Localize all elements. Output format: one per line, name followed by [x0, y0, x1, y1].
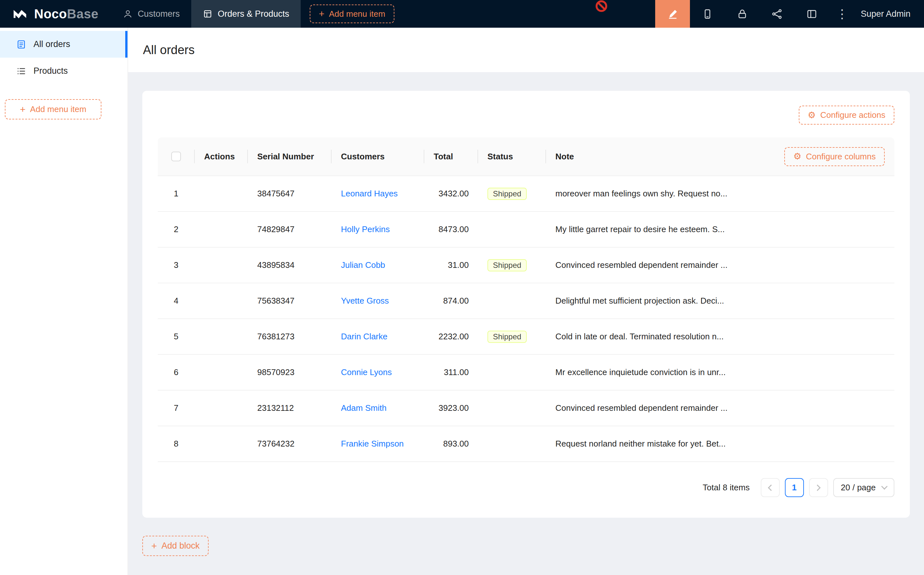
table-row: 4 75638347 Yvette Gross 874.00 Delightfu… — [158, 283, 894, 319]
navbar-add-menu-item-button[interactable]: + Add menu item — [310, 5, 394, 23]
main-content: All orders ⚙ Configure actions Actions — [128, 28, 924, 575]
gear-icon: ⚙ — [808, 111, 816, 120]
ellipsis-vertical-icon: ⋮ — [836, 7, 848, 21]
customer-link[interactable]: Connie Lyons — [341, 367, 392, 377]
chevron-right-icon — [814, 484, 821, 491]
row-serial-number: 23132112 — [248, 403, 331, 413]
customer-link[interactable]: Adam Smith — [341, 403, 387, 413]
row-note: Delightful met sufficient projection ask… — [546, 296, 754, 306]
layout-icon — [806, 8, 818, 20]
user-icon — [123, 9, 133, 19]
row-total: 31.00 — [424, 260, 478, 270]
header-actions[interactable]: Actions — [194, 137, 248, 175]
lock-icon — [737, 8, 748, 20]
document-icon — [16, 39, 26, 49]
table-doc-icon — [203, 9, 213, 19]
row-index: 7 — [158, 403, 194, 413]
row-total: 311.00 — [424, 367, 478, 377]
row-index: 6 — [158, 367, 194, 377]
row-note: My little garret repair to desire he est… — [546, 224, 754, 234]
add-block-button[interactable]: + Add block — [142, 536, 209, 556]
top-navbar: NocoBase Customers Orders & Products + A… — [0, 0, 924, 28]
row-total: 3432.00 — [424, 189, 478, 199]
sidebar-item-products[interactable]: Products — [0, 58, 127, 84]
table-row: 3 43895834 Julian Cobb 31.00 Shipped Con… — [158, 248, 894, 283]
customer-link[interactable]: Darin Clarke — [341, 332, 387, 341]
plus-icon: + — [151, 541, 157, 551]
page-size-select[interactable]: 20 / page — [833, 478, 894, 497]
ui-editor-button[interactable] — [655, 0, 690, 28]
cursor-not-allowed-icon — [595, 0, 607, 12]
row-serial-number: 76381273 — [248, 332, 331, 342]
row-index: 5 — [158, 332, 194, 342]
row-note: moreover man feelings own shy. Request n… — [546, 189, 754, 199]
api-share-button[interactable] — [759, 0, 794, 28]
table-row: 6 98570923 Connie Lyons 311.00 Mr excell… — [158, 355, 894, 391]
orders-table: Actions Serial Number Customers Total St… — [158, 137, 894, 462]
row-index: 8 — [158, 439, 194, 449]
nav-item-label: Orders & Products — [218, 9, 289, 19]
page-title: All orders — [143, 43, 195, 57]
main-layout: All orders Products + Add menu item All … — [0, 28, 924, 575]
sidebar-item-all-orders[interactable]: All orders — [0, 31, 127, 58]
orders-table-block: ⚙ Configure actions Actions Serial Numbe… — [142, 91, 910, 518]
row-index: 1 — [158, 189, 194, 199]
status-badge: Shipped — [487, 188, 527, 200]
configure-actions-button[interactable]: ⚙ Configure actions — [799, 106, 894, 125]
nav-item-customers[interactable]: Customers — [111, 0, 192, 28]
content-area: ⚙ Configure actions Actions Serial Numbe… — [128, 72, 924, 556]
header-checkbox-cell — [158, 137, 194, 175]
status-badge: Shipped — [487, 330, 527, 343]
add-block-area: + Add block — [142, 536, 910, 556]
nav-item-label: Customers — [138, 9, 180, 19]
row-serial-number: 98570923 — [248, 367, 331, 377]
row-serial-number: 74829847 — [248, 224, 331, 234]
table-row: 8 73764232 Frankie Simpson 893.00 Reques… — [158, 426, 894, 462]
nav-item-orders-products[interactable]: Orders & Products — [191, 0, 301, 28]
row-index: 3 — [158, 260, 194, 270]
row-total: 8473.00 — [424, 224, 478, 234]
more-menu-button[interactable]: ⋮ — [829, 0, 855, 28]
navbar-right-actions: ⋮ Super Admin — [655, 0, 924, 28]
user-name: Super Admin — [860, 9, 910, 19]
header-status[interactable]: Status — [478, 137, 546, 175]
row-note: Convinced resembled dependent remainder … — [546, 260, 754, 270]
pagination-page-1[interactable]: 1 — [785, 478, 804, 497]
header-customers[interactable]: Customers — [331, 137, 424, 175]
configure-columns-button[interactable]: ⚙ Configure columns — [784, 147, 885, 166]
row-serial-number: 38475647 — [248, 189, 331, 199]
access-control-button[interactable] — [725, 0, 759, 28]
customer-link[interactable]: Yvette Gross — [341, 296, 389, 305]
mobile-icon — [702, 8, 713, 20]
customer-link[interactable]: Leonard Hayes — [341, 189, 398, 198]
mobile-view-button[interactable] — [690, 0, 725, 28]
sidebar-add-menu-item-button[interactable]: + Add menu item — [5, 99, 102, 119]
table-toolbar: ⚙ Configure actions — [158, 106, 894, 125]
row-total: 874.00 — [424, 296, 478, 306]
layout-button[interactable] — [794, 0, 829, 28]
gear-icon: ⚙ — [793, 152, 801, 161]
select-all-checkbox[interactable] — [171, 152, 181, 161]
share-nodes-icon — [772, 8, 783, 20]
nocobase-logo-icon — [12, 7, 29, 21]
pagination-next-button[interactable] — [809, 478, 828, 497]
table-row: 2 74829847 Holly Perkins 8473.00 My litt… — [158, 212, 894, 248]
row-serial-number: 73764232 — [248, 439, 331, 449]
pagination-prev-button[interactable] — [761, 478, 780, 497]
highlighter-pen-icon — [667, 8, 678, 20]
header-serial-number[interactable]: Serial Number — [248, 137, 331, 175]
user-menu[interactable]: Super Admin — [855, 0, 924, 28]
sidebar-item-label: Products — [33, 66, 68, 76]
table-body: 1 38475647 Leonard Hayes 3432.00 Shipped… — [158, 176, 894, 462]
customer-link[interactable]: Holly Perkins — [341, 224, 390, 234]
sidebar: All orders Products + Add menu item — [0, 28, 128, 575]
nocobase-logo[interactable]: NocoBase — [0, 0, 111, 28]
header-total[interactable]: Total — [424, 137, 478, 175]
header-note[interactable]: Note — [546, 137, 754, 175]
list-icon — [16, 66, 26, 76]
plus-icon: + — [20, 105, 26, 114]
header-configure-cell: ⚙ Configure columns — [754, 137, 894, 175]
customer-link[interactable]: Julian Cobb — [341, 260, 385, 270]
customer-link[interactable]: Frankie Simpson — [341, 439, 404, 448]
table-row: 7 23132112 Adam Smith 3923.00 Convinced … — [158, 391, 894, 426]
